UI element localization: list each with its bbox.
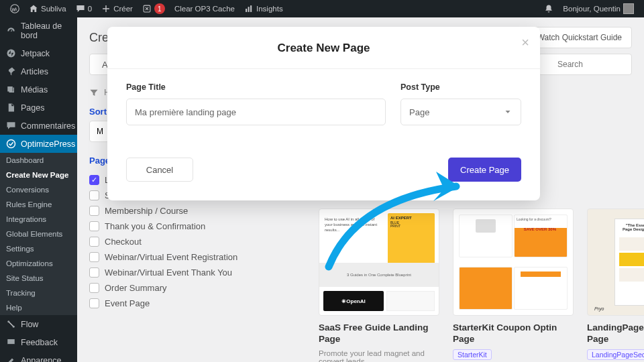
post-type-select[interactable]: Page <box>400 99 521 125</box>
chevron-down-icon <box>503 107 513 117</box>
cancel-button[interactable]: Cancel <box>126 158 193 182</box>
create-page-modal: × Create New Page Page Title Post Type P… <box>107 27 540 200</box>
page-title-input[interactable] <box>126 99 386 125</box>
page-title-label: Page Title <box>126 82 386 92</box>
close-icon[interactable]: × <box>521 35 529 50</box>
create-page-button[interactable]: Create Page <box>448 158 521 182</box>
post-type-label: Post Type <box>400 82 521 92</box>
modal-title: Create New Page <box>126 42 521 55</box>
